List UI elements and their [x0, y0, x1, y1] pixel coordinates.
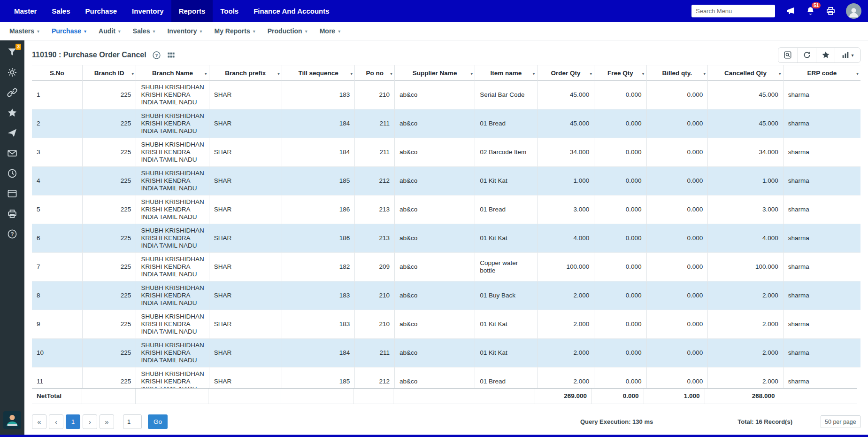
cell-till_sequence: 185 [282, 167, 355, 195]
column-filter-icon[interactable]: ▾ [470, 70, 473, 76]
nettotal-po_no [353, 389, 393, 404]
subnav-item-more[interactable]: More▾ [320, 27, 340, 35]
cell-order_qty: 3.000 [538, 195, 595, 224]
menu-search-input[interactable] [691, 5, 775, 17]
cell-item_name: 01 Bread [475, 367, 537, 388]
subnav-item-production[interactable]: Production▾ [268, 27, 307, 35]
prev-page-button[interactable]: ‹ [49, 414, 63, 429]
go-button[interactable]: Go [148, 414, 168, 429]
print-icon[interactable] [7, 209, 17, 219]
goto-page-input[interactable] [123, 414, 142, 429]
cell-erp_code: sharma [784, 281, 860, 310]
next-page-button[interactable]: › [83, 414, 97, 429]
subnav-item-purchase[interactable]: Purchase▾ [52, 27, 86, 35]
report-table: S.NoBranch ID▾Branch Name▾Branch prefix▾… [32, 65, 860, 388]
user-avatar[interactable] [846, 3, 861, 19]
column-filter-icon[interactable]: ▾ [277, 70, 280, 76]
column-label: Cancelled Qty [724, 70, 767, 77]
topnav-item-sales[interactable]: Sales [44, 0, 77, 22]
column-filter-icon[interactable]: ▾ [205, 70, 207, 76]
table-row[interactable]: 10225SHUBH KRISHIDHAN KRISHI KENDRA INDI… [32, 339, 860, 367]
column-header-inner: Order Qty▾ [540, 70, 591, 77]
settings-icon[interactable] [7, 67, 17, 78]
sidebar-avatar[interactable] [3, 411, 21, 429]
clock-icon[interactable] [7, 168, 17, 179]
cell-item_name: Serial Bar Code [475, 81, 537, 109]
help-icon[interactable]: ? [152, 51, 161, 60]
column-filter-icon[interactable]: ▾ [533, 70, 535, 76]
table-row[interactable]: 3225SHUBH KRISHIDHAN KRISHI KENDRA INDIA… [32, 138, 860, 167]
topnav-item-finance-and-accounts[interactable]: Finance And Accounts [246, 0, 337, 22]
first-page-button[interactable]: « [32, 414, 46, 429]
topnav-item-purchase[interactable]: Purchase [78, 0, 125, 22]
column-filter-icon[interactable]: ▾ [703, 70, 706, 76]
cell-free_qty: 0.000 [594, 81, 646, 109]
cell-erp_code: sharma [784, 195, 860, 224]
cell-branch_id: 225 [83, 367, 137, 388]
topnav-item-master[interactable]: Master [7, 0, 44, 22]
bell-icon[interactable]: 51 [806, 6, 815, 16]
bar-chart-icon [841, 51, 850, 59]
table-row[interactable]: 6225SHUBH KRISHIDHAN KRISHI KENDRA INDIA… [32, 224, 860, 253]
column-filter-icon[interactable]: ▾ [642, 70, 645, 76]
topnav-item-tools[interactable]: Tools [213, 0, 246, 22]
report-table-container[interactable]: S.NoBranch ID▾Branch Name▾Branch prefix▾… [32, 65, 860, 388]
column-filter-icon[interactable]: ▾ [390, 70, 392, 76]
column-filter-icon[interactable]: ▾ [131, 70, 134, 76]
column-filter-icon[interactable]: ▾ [779, 70, 781, 76]
subnav-item-sales[interactable]: Sales▾ [133, 27, 155, 35]
subnav-item-masters[interactable]: Masters▾ [9, 27, 39, 35]
cell-till_sequence: 186 [282, 195, 355, 224]
announcement-icon[interactable] [785, 6, 795, 16]
cell-supplier_name: ab&co [395, 367, 475, 388]
printer-icon[interactable] [826, 6, 836, 16]
cell-erp_code: sharma [784, 138, 860, 167]
table-row[interactable]: 2225SHUBH KRISHIDHAN KRISHI KENDRA INDIA… [32, 109, 860, 138]
cell-po_no: 210 [355, 81, 395, 109]
window-icon[interactable] [7, 188, 17, 199]
cell-till_sequence: 183 [282, 281, 355, 310]
page-button-current[interactable]: 1 [66, 414, 80, 429]
report-toolbar: ▾ [778, 47, 860, 63]
cell-billed_qty: 0.000 [647, 138, 708, 167]
cell-free_qty: 0.000 [594, 367, 646, 388]
column-filter-icon[interactable]: ▾ [590, 70, 592, 76]
cell-billed_qty: 0.000 [647, 224, 708, 253]
refresh-button[interactable] [797, 48, 816, 62]
link-icon[interactable] [7, 87, 17, 98]
column-filter-icon[interactable]: ▾ [856, 70, 859, 76]
filter-icon[interactable]: 3 [7, 47, 17, 57]
table-row[interactable]: 11225SHUBH KRISHIDHAN KRISHI KENDRA INDI… [32, 367, 860, 388]
column-header-order_qty: Order Qty▾ [538, 65, 595, 81]
send-icon[interactable] [7, 128, 17, 138]
cell-branch_prefix: SHAR [209, 81, 282, 109]
subnav-item-inventory[interactable]: Inventory▾ [167, 27, 202, 35]
cell-branch_id: 225 [83, 281, 137, 310]
subnav-item-my-reports[interactable]: My Reports▾ [215, 27, 255, 35]
table-row[interactable]: 7225SHUBH KRISHIDHAN KRISHI KENDRA INDIA… [32, 253, 860, 281]
help-icon[interactable]: ? [7, 229, 17, 239]
favorite-button[interactable] [816, 48, 835, 62]
table-row[interactable]: 4225SHUBH KRISHIDHAN KRISHI KENDRA INDIA… [32, 167, 860, 195]
topnav-item-inventory[interactable]: Inventory [124, 0, 171, 22]
grid-icon[interactable] [167, 51, 176, 60]
cell-till_sequence: 183 [282, 310, 355, 339]
cell-po_no: 211 [355, 339, 395, 367]
subnav-item-audit[interactable]: Audit▾ [99, 27, 121, 35]
table-row[interactable]: 9225SHUBH KRISHIDHAN KRISHI KENDRA INDIA… [32, 310, 860, 339]
column-filter-icon[interactable]: ▾ [350, 70, 353, 76]
cell-till_sequence: 184 [282, 109, 355, 138]
cell-order_qty: 2.000 [538, 310, 595, 339]
cell-till_sequence: 184 [282, 339, 355, 367]
cell-branch_prefix: SHAR [209, 138, 282, 167]
per-page-select[interactable]: 50 per page [821, 415, 860, 428]
star-icon[interactable] [7, 108, 17, 118]
mail-icon[interactable] [7, 148, 17, 158]
last-page-button[interactable]: » [100, 414, 114, 429]
zoom-button[interactable] [778, 48, 797, 62]
table-row[interactable]: 1225SHUBH KRISHIDHAN KRISHI KENDRA INDIA… [32, 81, 860, 109]
table-row[interactable]: 5225SHUBH KRISHIDHAN KRISHI KENDRA INDIA… [32, 195, 860, 224]
topnav-item-reports[interactable]: Reports [171, 0, 213, 22]
chart-button[interactable]: ▾ [835, 48, 860, 62]
table-row[interactable]: 8225SHUBH KRISHIDHAN KRISHI KENDRA INDIA… [32, 281, 860, 310]
